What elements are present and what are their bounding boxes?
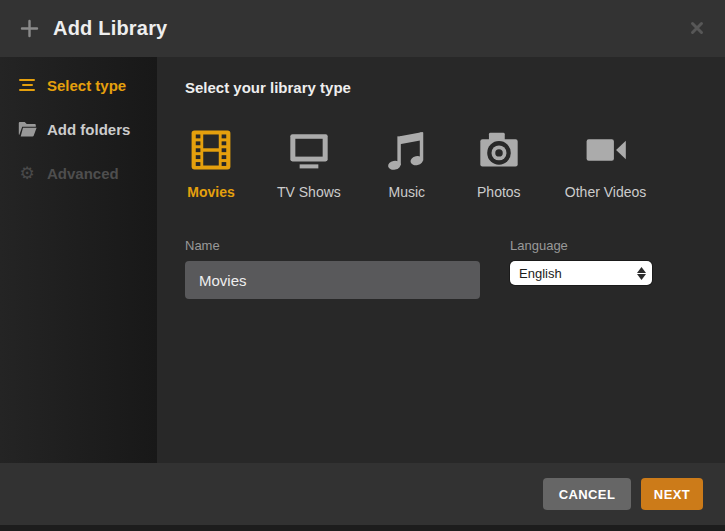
library-type-other-videos[interactable]: Other Videos [565,126,646,200]
panel-heading: Select your library type [185,79,725,96]
fields-row: Name Language English [185,238,725,299]
dialog-footer: CANCEL NEXT [0,463,725,525]
language-selected-value: English [519,266,637,281]
camera-icon [476,126,522,174]
wizard-steps-sidebar: Select type Add folders ⚙ Advanced [0,57,157,463]
library-type-label: Movies [187,184,234,200]
library-type-photos[interactable]: Photos [473,126,525,200]
sidebar-item-add-folders[interactable]: Add folders [0,107,157,151]
tv-icon [286,126,332,174]
cancel-button[interactable]: CANCEL [543,478,631,510]
library-type-tv-shows[interactable]: TV Shows [277,126,341,200]
add-library-dialog: Add Library Select type Add folders [0,0,725,531]
select-stepper-icon [637,267,646,280]
language-field-block: Language English [510,238,652,299]
dialog-body: Select type Add folders ⚙ Advanced Selec… [0,57,725,463]
sidebar-item-label: Add folders [47,121,130,138]
library-type-label: Music [389,184,426,200]
dialog-bottom-edge [0,525,725,531]
sidebar-item-label: Advanced [47,165,119,182]
name-field-block: Name [185,238,480,299]
music-note-icon [384,126,430,174]
library-type-label: Other Videos [565,184,646,200]
name-input[interactable] [185,261,480,299]
library-type-label: TV Shows [277,184,341,200]
video-camera-icon [583,126,629,174]
select-type-panel: Select your library type Mov [157,57,725,463]
sidebar-item-advanced: ⚙ Advanced [0,151,157,195]
dialog-title: Add Library [53,17,167,40]
sidebar-item-label: Select type [47,77,126,94]
folder-icon [17,121,37,137]
next-button[interactable]: NEXT [641,478,703,510]
name-field-label: Name [185,238,480,253]
language-select[interactable]: English [510,261,652,285]
dialog-header: Add Library [0,0,725,57]
library-type-picker: Movies TV Shows [185,126,725,200]
sidebar-item-select-type[interactable]: Select type [0,63,157,107]
library-type-music[interactable]: Music [381,126,433,200]
library-type-label: Photos [477,184,521,200]
close-icon[interactable] [687,18,707,38]
language-field-label: Language [510,238,652,253]
library-type-movies[interactable]: Movies [185,126,237,200]
select-type-lines-icon [17,79,37,92]
film-icon [188,126,234,174]
plus-icon [20,19,39,38]
gear-icon: ⚙ [17,165,37,182]
